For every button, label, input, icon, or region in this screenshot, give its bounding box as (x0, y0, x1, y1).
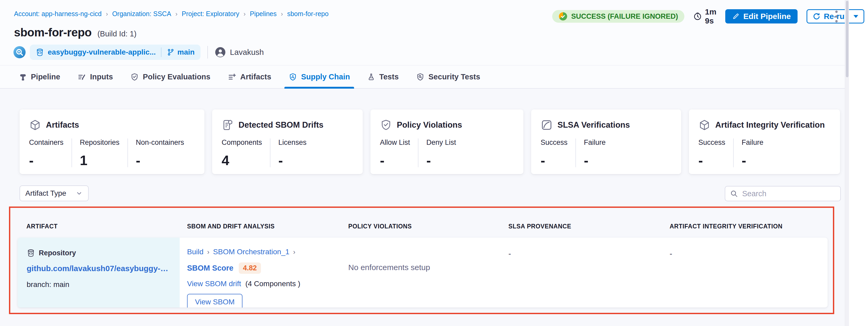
crumb-separator: › (293, 248, 295, 256)
branch-name: main (177, 48, 194, 57)
build-link[interactable]: Build (187, 248, 204, 256)
col-policy-violations: POLICY VIOLATIONS (341, 223, 501, 230)
status-badge-label: SUCCESS (FAILURE IGNORED) (571, 12, 678, 21)
tab-label: Policy Evaluations (143, 72, 210, 81)
shield-check-icon (130, 73, 139, 81)
pill-divider (161, 47, 161, 57)
cube-icon (699, 119, 711, 131)
repository-icon (36, 48, 44, 57)
cube-icon (29, 119, 41, 131)
artifact-branch: branch: main (27, 281, 171, 289)
artifact-repo-link[interactable]: github.com/lavakush07/easybuggy-vulner..… (27, 264, 171, 273)
breadcrumb-account[interactable]: Account: app-harness-ng-cicd (14, 10, 101, 18)
sbom-drift-cell: Build › SBOM Orchestration_1 › SBOM Scor… (180, 238, 341, 307)
stat-repositories: Repositories 1 (72, 138, 128, 167)
edit-pipeline-button[interactable]: Edit Pipeline (725, 9, 798, 24)
clock-icon (693, 12, 702, 21)
view-sbom-button[interactable]: View SBOM (187, 294, 243, 307)
breadcrumb-organization[interactable]: Organization: SSCA (112, 10, 171, 18)
repo-name[interactable]: easybuggy-vulnerable-applic... (48, 48, 156, 57)
breadcrumb-current-pipeline[interactable]: sbom-for-repo (287, 10, 329, 18)
tab-label: Security Tests (429, 72, 480, 81)
sbom-score-badge: 4.82 (239, 262, 261, 274)
execution-meta-row: easybuggy-vulnerable-applic... main (13, 44, 264, 60)
card-title: Policy Violations (397, 120, 462, 130)
summary-cards: Artifacts Containers - Repositories 1 No… (20, 109, 840, 174)
status-badge: SUCCESS (FAILURE IGNORED) (552, 10, 684, 23)
tab-supply-chain[interactable]: Supply Chain (286, 66, 352, 88)
user-avatar-icon (215, 47, 226, 58)
user-name: Lavakush (230, 48, 264, 57)
page-title-row: sbom-for-repo (Build Id: 1) (14, 26, 136, 39)
breadcrumb-separator: › (106, 10, 108, 18)
col-slsa-provenance: SLSA PROVENANCE (501, 223, 662, 230)
card-policy-violations: Policy Violations Allow List - Deny List… (370, 109, 523, 174)
edit-pipeline-label: Edit Pipeline (743, 12, 791, 21)
git-branch-icon (167, 48, 175, 56)
card-artifacts: Artifacts Containers - Repositories 1 No… (20, 109, 205, 174)
search-icon (730, 190, 738, 198)
stage-link[interactable]: SBOM Orchestration_1 (213, 248, 289, 256)
crumb-separator: › (207, 248, 209, 256)
artifact-type-label: Artifact Type (25, 189, 66, 198)
tab-policy-evaluations[interactable]: Policy Evaluations (128, 66, 212, 88)
col-artifact: ARTIFACT (18, 223, 180, 230)
card-integrity-verification: Artifact Integrity Verification Success … (689, 109, 840, 174)
repository-icon (27, 249, 35, 257)
vertical-scrollbar[interactable] (845, 0, 849, 326)
tab-inputs[interactable]: Inputs (75, 66, 115, 88)
stat-containers: Containers - (29, 138, 72, 167)
artifact-type-badge: Repository (39, 249, 76, 257)
search-box (725, 186, 841, 201)
breadcrumb-pipelines[interactable]: Pipelines (250, 10, 277, 18)
meta-divider (207, 46, 208, 59)
execution-tabbar: Pipeline Inputs Policy Evaluations (0, 66, 845, 89)
duration: 1m 9s (693, 7, 716, 25)
execution-actions: SUCCESS (FAILURE IGNORED) 1m 9s Edit Pip… (552, 7, 868, 25)
tab-pipeline[interactable]: Pipeline (17, 66, 62, 88)
stat-non-containers: Non-containers - (128, 138, 192, 167)
build-id-label: (Build Id: 1) (97, 30, 136, 38)
sbom-score-link[interactable]: SBOM Score (187, 264, 234, 272)
pencil-icon (732, 13, 740, 20)
more-options-icon[interactable] (834, 9, 839, 24)
tab-label: Supply Chain (301, 72, 350, 81)
card-title: Detected SBOM Drifts (239, 120, 323, 130)
ci-module-icon (13, 46, 26, 58)
scrollbar-thumb[interactable] (846, 1, 848, 77)
table-row[interactable]: Repository github.com/lavakush07/easybug… (18, 238, 828, 307)
tab-artifacts[interactable]: Artifacts (225, 66, 273, 88)
view-sbom-drift-link[interactable]: View SBOM drift (187, 280, 241, 288)
success-check-icon (559, 12, 567, 21)
tab-tests[interactable]: Tests (365, 66, 401, 88)
shield-search-icon (416, 73, 425, 81)
stat-components: Components 4 (222, 138, 271, 167)
breadcrumb-project[interactable]: Project: Exploratory (182, 10, 239, 18)
inputs-icon (78, 73, 86, 81)
supply-chain-icon (289, 73, 297, 81)
search-input[interactable] (742, 189, 836, 198)
tab-security-tests[interactable]: Security Tests (414, 66, 482, 88)
refresh-icon (813, 12, 820, 20)
stat-deny-list: Deny List - (418, 138, 464, 167)
stat-integrity-success: Success - (699, 138, 734, 167)
artifacts-table: ARTIFACT SBOM AND DRIFT ANALYSIS POLICY … (18, 223, 828, 307)
app-root: Account: app-harness-ng-cicd › Organizat… (0, 0, 845, 326)
card-slsa-verifications: SLSA Verifications Success - Failure - (531, 109, 681, 174)
stat-slsa-success: Success - (540, 138, 576, 167)
artifact-cell: Repository github.com/lavakush07/easybug… (18, 238, 180, 307)
card-title: SLSA Verifications (557, 120, 630, 130)
policy-violations-cell: No enforcements setup (341, 238, 501, 307)
drift-components-count: (4 Components ) (245, 280, 301, 288)
tab-label: Artifacts (240, 72, 271, 81)
card-sbom-drifts: Detected SBOM Drifts Components 4 Licens… (212, 109, 363, 174)
tab-label: Tests (379, 72, 399, 81)
repo-branch-pill[interactable]: easybuggy-vulnerable-applic... main (30, 44, 200, 60)
stat-licenses: Licenses - (271, 138, 314, 167)
tab-label: Inputs (90, 72, 113, 81)
breadcrumb: Account: app-harness-ng-cicd › Organizat… (14, 10, 329, 18)
artifacts-list-icon (228, 73, 236, 81)
col-sbom-drift: SBOM AND DRIFT ANALYSIS (180, 223, 341, 230)
artifact-type-dropdown[interactable]: Artifact Type (20, 186, 89, 201)
branch-wrap[interactable]: main (167, 48, 194, 57)
